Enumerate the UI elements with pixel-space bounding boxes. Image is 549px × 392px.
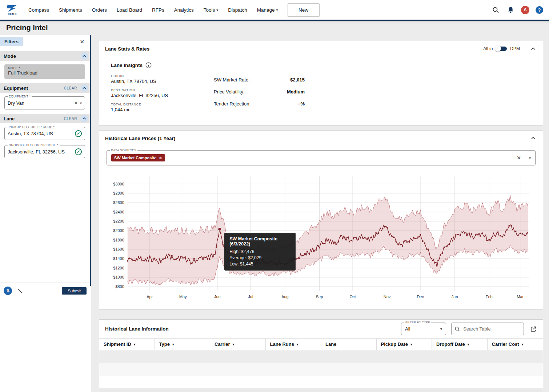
chevron-up-icon <box>531 47 536 50</box>
nav-items: Compass Shipments Orders Load Board RFPs… <box>28 7 278 13</box>
clear-equipment-icon[interactable]: ✕ <box>74 100 78 105</box>
lane-section-title: Lane <box>4 116 64 121</box>
origin-label: ORIGIN <box>111 74 214 78</box>
rate-unit-toggle[interactable] <box>496 47 507 51</box>
destination-label: DESTINATION <box>111 88 214 92</box>
chevron-up-icon <box>83 117 86 120</box>
column-header-carrier-cost[interactable]: Carrier Cost▾ <box>488 339 543 350</box>
collapse-mode-button[interactable] <box>81 52 88 60</box>
collapse-historical-prices-button[interactable] <box>529 135 537 141</box>
equipment-field[interactable]: EQUIPMENT * Dry Van ✕ ▾ <box>4 96 85 109</box>
svg-text:$2400: $2400 <box>113 210 124 214</box>
app-logo[interactable]: DEMO <box>6 4 19 15</box>
chevron-down-icon[interactable]: ▾ <box>529 156 531 160</box>
submit-button[interactable]: Submit <box>62 287 87 295</box>
svg-text:$1600: $1600 <box>113 247 124 251</box>
column-label: Carrier Cost <box>492 341 519 347</box>
table-row <box>99 350 543 363</box>
export-open-icon[interactable] <box>529 325 538 333</box>
column-label: Carrier <box>215 341 230 347</box>
mode-section-header: Mode <box>0 51 91 61</box>
svg-text:$1000: $1000 <box>113 275 124 279</box>
toggle-knob <box>495 45 501 52</box>
data-source-chip[interactable]: SW Market Composite ✕ <box>111 154 165 161</box>
nav-item-dispatch[interactable]: Dispatch <box>228 7 247 13</box>
origin-value: Austin, TX 78704, US <box>111 79 214 84</box>
page-title-bar: Pricing Intel <box>0 21 549 35</box>
svg-text:$800: $800 <box>115 284 124 289</box>
dropoff-city-field[interactable]: DROPOFF CITY OR ZIP CODE * Jacksonville,… <box>4 145 85 158</box>
nav-item-label: Orders <box>92 7 107 13</box>
lane-price-chart[interactable]: $800$1000$1200$1400$1600$1800$2000$2200$… <box>107 170 536 305</box>
filters-tab[interactable]: Filters <box>0 37 23 46</box>
pickup-city-field[interactable]: PICKUP CITY OR ZIP CODE * Austin, TX 787… <box>4 127 85 140</box>
nav-item-label: Compass <box>28 7 49 13</box>
new-button[interactable]: New <box>288 3 320 17</box>
nav-item-rfps[interactable]: RFPs <box>152 7 164 13</box>
column-label: Type <box>159 341 170 347</box>
nav-item-compass[interactable]: Compass <box>28 7 49 13</box>
table-footer-strip <box>99 388 543 392</box>
svg-text:Jul: Jul <box>248 295 253 299</box>
column-header-pickup-date[interactable]: Pickup Date▾ <box>377 339 432 350</box>
nav-item-analytics[interactable]: Analytics <box>174 7 194 13</box>
svg-text:Feb: Feb <box>486 295 493 299</box>
nav-item-orders[interactable]: Orders <box>92 7 107 13</box>
nav-item-manage[interactable]: Manage▾ <box>257 7 278 13</box>
info-icon[interactable] <box>145 62 152 68</box>
nav-item-label: Tools <box>204 7 215 13</box>
svg-text:Aug: Aug <box>281 295 288 299</box>
svg-text:Jun: Jun <box>214 295 221 299</box>
nav-item-load-board[interactable]: Load Board <box>117 7 142 13</box>
dropoff-city-field-label: DROPOFF CITY OR ZIP CODE * <box>8 143 60 147</box>
collapse-equipment-button[interactable] <box>81 84 88 92</box>
collapse-panel-icon[interactable] <box>17 288 23 294</box>
valid-check-icon: ✓ <box>75 148 82 155</box>
lane-stats-title: Lane Stats & Rates <box>105 46 149 52</box>
table-search-box[interactable] <box>451 323 524 335</box>
column-header-carrier[interactable]: Carrier▾ <box>210 339 266 350</box>
toggle-label-allin: All in <box>483 46 493 51</box>
column-label: Dropoff Date <box>436 341 465 347</box>
lane-insights-title: Lane Insights <box>111 63 143 68</box>
data-sources-label: DATA SOURCES <box>110 148 137 152</box>
lane-clear-link[interactable]: CLEAR <box>64 117 77 121</box>
collapse-lane-stats-button[interactable] <box>529 46 537 52</box>
svg-text:Oct: Oct <box>350 295 356 299</box>
metric-label: Tender Rejection: <box>214 101 251 107</box>
metric-value: $2,015 <box>290 77 305 83</box>
clear-data-sources-icon[interactable]: ✕ <box>517 155 521 161</box>
remove-chip-icon[interactable]: ✕ <box>159 156 162 160</box>
sort-caret-icon: ▾ <box>522 343 524 346</box>
nav-item-tools[interactable]: Tools▾ <box>204 7 219 13</box>
nav-item-shipments[interactable]: Shipments <box>59 7 82 13</box>
close-filters-icon[interactable]: ✕ <box>77 39 87 45</box>
column-header-shipment-id[interactable]: Shipment ID▾ <box>99 339 155 350</box>
nav-item-label: Load Board <box>117 7 142 13</box>
logo-demo-label: DEMO <box>8 13 17 15</box>
column-header-type[interactable]: Type▾ <box>155 339 211 350</box>
column-header-dropoff-date[interactable]: Dropoff Date▾ <box>432 339 488 350</box>
chart-canvas[interactable]: $800$1000$1200$1400$1600$1800$2000$2200$… <box>107 170 536 305</box>
table-search-input[interactable] <box>462 326 517 332</box>
chevron-down-icon: ▾ <box>440 327 442 331</box>
collapse-lane-button[interactable] <box>81 115 88 122</box>
avatar[interactable]: A <box>521 6 529 14</box>
help-icon[interactable]: ? <box>536 6 543 14</box>
filter-by-type-select[interactable]: FILTER BY TYPE All ▾ <box>401 323 446 335</box>
metric-label: Price Volatility: <box>214 89 245 95</box>
data-sources-field[interactable]: DATA SOURCES SW Market Composite ✕ ✕ ▾ <box>107 150 536 165</box>
column-header-lane-runs[interactable]: Lane Runs▾ <box>266 339 321 350</box>
equipment-clear-link[interactable]: CLEAR <box>64 86 77 90</box>
svg-text:$2000: $2000 <box>113 228 124 233</box>
mode-section-title: Mode <box>4 53 81 59</box>
chevron-down-icon[interactable]: ▾ <box>80 101 82 105</box>
svg-text:Jan: Jan <box>452 295 458 299</box>
swap-lane-button[interactable]: ⇅ <box>4 287 12 295</box>
svg-text:Sep: Sep <box>316 295 323 299</box>
search-icon[interactable] <box>491 5 500 14</box>
equipment-field-label: EQUIPMENT * <box>8 95 32 98</box>
nav-item-label: Shipments <box>59 7 82 13</box>
notifications-bell-icon[interactable] <box>506 5 515 14</box>
main-content: Lane Stats & Rates All in DPM Lane Insig… <box>91 35 549 392</box>
